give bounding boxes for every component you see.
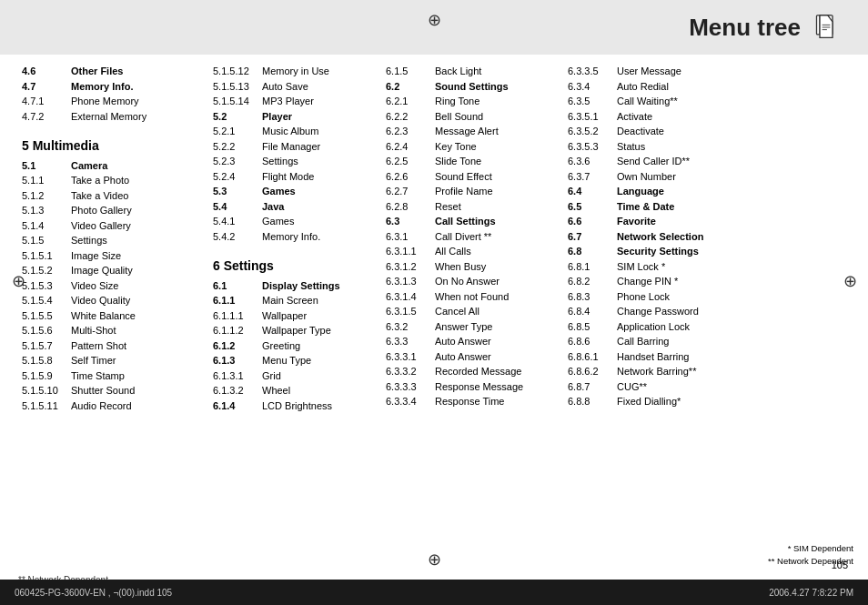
entry-num: 6.3.5 xyxy=(568,94,611,109)
entry-5-2-2: 5.2.2 File Manager xyxy=(213,139,378,155)
entry-6-1-1-2: 6.1.1.2 Wallpaper Type xyxy=(213,323,378,338)
entry-6-3-5: 6.3.5 Call Waiting** xyxy=(568,94,752,109)
entry-label: Memory Info. xyxy=(262,229,378,245)
entry-num: 6.3.3.1 xyxy=(386,349,429,365)
entry-5-1-5-14: 5.1.5.14 MP3 Player xyxy=(213,94,378,109)
column-2: 5.1.5.12 Memory in Use 5.1.5.13 Auto Sav… xyxy=(209,64,382,569)
entry-label: Profile Name xyxy=(435,184,560,199)
entry-6-1-2: 6.1.2 Greeting xyxy=(213,338,378,354)
entry-6-2-4: 6.2.4 Key Tone xyxy=(386,139,560,155)
entry-label: Self Timer xyxy=(71,353,206,368)
entry-num: 4.7.2 xyxy=(22,109,66,125)
entry-label: Message Alert xyxy=(435,124,560,139)
entry-num: 5.2.2 xyxy=(213,139,257,155)
entry-label: Video Size xyxy=(71,278,206,294)
entry-num: 5.1.2 xyxy=(22,188,66,204)
entry-label: Network Barring** xyxy=(617,364,752,379)
entry-label: Display Settings xyxy=(262,278,378,294)
entry-6-2-3: 6.2.3 Message Alert xyxy=(386,124,560,139)
entry-6-7: 6.7 Network Selection xyxy=(568,229,752,245)
entry-num: 6.8.4 xyxy=(568,304,611,319)
entry-6-3-1-4: 6.3.1.4 When not Found xyxy=(386,289,560,305)
entry-label: SIM Lock * xyxy=(617,259,752,275)
entry-num: 6.5 xyxy=(568,199,611,215)
entry-label: Multi-Shot xyxy=(71,323,206,338)
entry-num: 6.3.2 xyxy=(386,319,429,335)
entry-num: 6.3.7 xyxy=(568,169,611,185)
entry-label: Image Quality xyxy=(71,263,206,278)
entry-label: Greeting xyxy=(262,338,378,354)
entry-num: 6.2.4 xyxy=(386,139,429,155)
entry-num: 5.1.3 xyxy=(22,203,66,218)
entry-label: White Balance xyxy=(71,308,206,324)
entry-6-2: 6.2 Sound Settings xyxy=(386,79,560,95)
entry-label: Pattern Shot xyxy=(71,338,206,354)
entry-label: Ring Tone xyxy=(435,94,560,109)
entry-5-4-1: 5.4.1 Games xyxy=(213,214,378,229)
entry-num: 6.8.6.1 xyxy=(568,349,611,365)
entry-6-1-5: 6.1.5 Back Light xyxy=(386,64,560,79)
entry-6-8-6-2: 6.8.6.2 Network Barring** xyxy=(568,364,752,379)
entry-num: 5.4.1 xyxy=(213,214,257,229)
entry-5-1-5-3: 5.1.5.3 Video Size xyxy=(22,278,206,294)
sim-note-line2: ** Network Dependent xyxy=(768,555,853,567)
footer-right: 2006.4.27 7:8:22 PM xyxy=(769,588,853,598)
entry-6-1-1: 6.1.1 Main Screen xyxy=(213,293,378,308)
entry-num: 6.3.3.4 xyxy=(386,394,429,409)
entry-num: 4.6 xyxy=(22,64,66,79)
entry-num: 6.3.1.2 xyxy=(386,259,429,275)
entry-num: 5.1.5.14 xyxy=(213,94,257,109)
entry-6-6: 6.6 Favorite xyxy=(568,214,752,229)
entry-label: Photo Gallery xyxy=(71,203,206,218)
entry-num: 6.3.1.4 xyxy=(386,289,429,305)
entry-label: Player xyxy=(262,109,378,125)
entry-num: 6.1.3 xyxy=(213,353,257,368)
entry-6-8-8: 6.8.8 Fixed Dialling* xyxy=(568,394,752,409)
entry-num: 6.4 xyxy=(568,184,611,199)
entry-label: Phone Memory xyxy=(71,94,206,109)
entry-num: 4.7 xyxy=(22,79,66,95)
entry-5-3: 5.3 Games xyxy=(213,184,378,199)
entry-label: Call Waiting** xyxy=(617,94,752,109)
entry-6-2-7: 6.2.7 Profile Name xyxy=(386,184,560,199)
entry-label: Other Files xyxy=(71,64,206,79)
entry-label: Video Quality xyxy=(71,293,206,308)
content-area: 4.6 Other Files 4.7 Memory Info. 4.7.1 P… xyxy=(0,55,868,573)
entry-num: 5.2 xyxy=(213,109,257,125)
entry-6-3-6: 6.3.6 Send Caller ID** xyxy=(568,154,752,169)
entry-label: Change PIN * xyxy=(617,274,752,289)
entry-num: 6.3.6 xyxy=(568,154,611,169)
entry-label: All Calls xyxy=(435,244,560,259)
entry-6-2-2: 6.2.2 Bell Sound xyxy=(386,109,560,125)
entry-num: 6.3.5.1 xyxy=(568,109,611,125)
entry-label: Call Barring xyxy=(617,334,752,349)
entry-num: 6.8.6.2 xyxy=(568,364,611,379)
entry-label: Flight Mode xyxy=(262,169,378,185)
entry-5-1-1: 5.1.1 Take a Photo xyxy=(22,173,206,188)
entry-num: 5.1.5.13 xyxy=(213,79,257,95)
entry-5-1-5-5: 5.1.5.5 White Balance xyxy=(22,308,206,324)
entry-num: 6.1 xyxy=(213,278,257,294)
entry-label: Games xyxy=(262,214,378,229)
entry-label: File Manager xyxy=(262,139,378,155)
entry-label: Auto Answer xyxy=(435,349,560,365)
entry-label: When not Found xyxy=(435,289,560,305)
entry-num: 5.1.5.2 xyxy=(22,263,66,278)
entry-6-2-1: 6.2.1 Ring Tone xyxy=(386,94,560,109)
entry-num: 6.3.1.1 xyxy=(386,244,429,259)
entry-label: Call Divert ** xyxy=(435,229,560,245)
entry-num: 5.1.5.10 xyxy=(22,383,66,398)
entry-6-2-6: 6.2.6 Sound Effect xyxy=(386,169,560,185)
entry-label: Image Size xyxy=(71,248,206,264)
entry-num: 6.3.1.5 xyxy=(386,304,429,319)
sim-note-line1: * SIM Dependent xyxy=(768,542,853,554)
entry-num: 6.1.4 xyxy=(213,398,257,414)
entry-5-1-5-13: 5.1.5.13 Auto Save xyxy=(213,79,378,95)
entry-6-8-7: 6.8.7 CUG** xyxy=(568,379,752,395)
entry-6-8-3: 6.8.3 Phone Lock xyxy=(568,289,752,305)
entry-6-3-1-5: 6.3.1.5 Cancel All xyxy=(386,304,560,319)
entry-label: Call Settings xyxy=(435,214,560,229)
entry-label: Main Screen xyxy=(262,293,378,308)
entry-label: Response Message xyxy=(435,379,560,395)
entry-label: Shutter Sound xyxy=(71,383,206,398)
